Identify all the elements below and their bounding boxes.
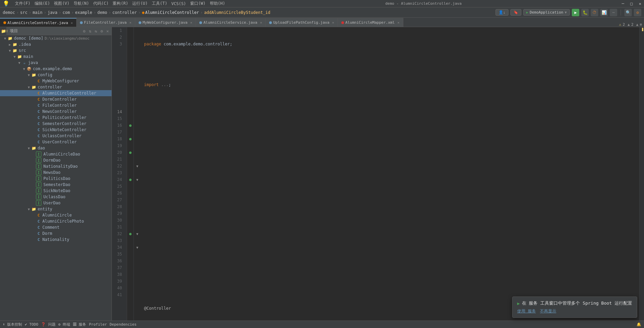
menu-vcs[interactable]: VCS(S) — [172, 1, 186, 6]
sidebar-item-myWebConfigurer[interactable]: C MyWebConfigurer — [0, 78, 112, 84]
sidebar-item-sickNoteController[interactable]: C SickNoteController — [0, 127, 112, 133]
menu-edit[interactable]: 编辑(E) — [35, 1, 50, 6]
sidebar-item-main[interactable]: ▼ 📁 main — [0, 54, 112, 60]
editor-area[interactable]: 1 2 3 14 15 16 17 18 19 20 21 2 — [112, 27, 644, 321]
breadcrumb-class[interactable]: ●AlumniCircleController — [142, 10, 199, 15]
sidebar-item-dormDao[interactable]: I DormDao — [0, 157, 112, 163]
sidebar-item-newsDao[interactable]: I NewsDao — [0, 169, 112, 176]
sidebar-item-nationalityDao[interactable]: I NationalityDao — [0, 163, 112, 169]
sidebar-item-java[interactable]: ▼ ☕ java — [0, 60, 112, 66]
tab-close-fileController[interactable]: ✕ — [129, 21, 132, 24]
profiler-btn[interactable]: Profiler — [89, 322, 107, 327]
sidebar-item-politicsController[interactable]: C PoliticsController — [0, 115, 112, 121]
menu-navigate[interactable]: 导航(N) — [74, 1, 89, 6]
sidebar-item-config[interactable]: ▼ 📁 config — [0, 72, 112, 78]
menu-help[interactable]: 帮助(H) — [210, 1, 225, 6]
sidebar-eq-icon[interactable]: ⇅ — [89, 29, 91, 34]
bookmark-btn[interactable]: 🔖 — [510, 9, 521, 16]
warning-badge[interactable]: ⚠2 ▲2 ▲ ≡ — [617, 22, 644, 27]
sidebar-item-controller[interactable]: ▼ 📁 controller — [0, 84, 112, 90]
dependencies-btn[interactable]: Dependencies — [109, 322, 136, 327]
sidebar-item-sickNoteDao[interactable]: I SickNoteDao — [0, 188, 112, 194]
minimize-btn[interactable]: ─ — [622, 1, 624, 6]
sidebar-item-semesterController[interactable]: C SemesterController — [0, 121, 112, 127]
editor-settings-btn[interactable]: ≡ — [640, 22, 642, 27]
run-config-selector[interactable]: ▶ DemoApplication ▼ — [523, 9, 570, 16]
tab-myWebConfigurer[interactable]: MyWebConfigurer.java ✕ — [135, 18, 196, 27]
tab-alumniCircleService[interactable]: AlumniCircleService.java ✕ — [196, 18, 266, 27]
run-button[interactable]: ▶ — [572, 9, 579, 16]
breadcrumb-com[interactable]: com — [63, 10, 70, 15]
breadcrumb-src[interactable]: src — [20, 10, 27, 15]
menu-window[interactable]: 窗口(W) — [190, 1, 206, 6]
tab-close-alumniCircleMapper[interactable]: ✕ — [398, 21, 400, 24]
sidebar-item-alumniCirclePhoto[interactable]: C AlumniCirclePhoto — [0, 218, 112, 224]
sidebar-item-alumniCircleController[interactable]: C AlumniCircleController — [0, 90, 112, 96]
menu-view[interactable]: 视图(V) — [54, 1, 69, 6]
tab-close-alumniCircleService[interactable]: ✕ — [260, 21, 262, 24]
sidebar-item-fileController[interactable]: C FileController — [0, 102, 112, 108]
menu-code[interactable]: 代码(C) — [93, 1, 109, 6]
todo-btn[interactable]: ✔ TODO — [25, 322, 38, 327]
menu-tools[interactable]: 工具(T) — [152, 1, 167, 6]
search-button[interactable]: 🔍 — [624, 9, 632, 16]
sidebar-filter-icon[interactable]: ⇆ — [95, 29, 97, 34]
breadcrumb-controller[interactable]: controller — [112, 10, 137, 15]
menu-run[interactable]: 运行(U) — [132, 1, 148, 6]
code-content[interactable]: package com.example.demo.controller; imp… — [141, 27, 639, 321]
terminal-btn[interactable]: ⚙ 终端 — [58, 322, 70, 327]
tab-close-myWebConfigurer[interactable]: ✕ — [190, 21, 192, 24]
vcs-btn[interactable]: ⬇ ⬇ 版本控制版本控制 — [3, 322, 22, 327]
sidebar-item-semesterDao[interactable]: I SemesterDao — [0, 182, 112, 188]
tab-fileController[interactable]: FileController.java ✕ — [77, 18, 135, 27]
sidebar-item-package[interactable]: ▼ 📦 com.example.demo — [0, 66, 112, 72]
event-log[interactable]: 🔔 — [637, 322, 641, 327]
breadcrumb-democ[interactable]: democ — [3, 10, 15, 15]
sidebar-item-comment[interactable]: C Comment — [0, 224, 112, 230]
close-btn[interactable]: ✕ — [639, 1, 641, 6]
sidebar-item-politicsDao[interactable]: I PoliticsDao — [0, 176, 112, 182]
tab-alumniCircleController[interactable]: AlumniCircleController.java ✕ — [0, 18, 77, 27]
debug-button[interactable]: 🐛 — [581, 9, 589, 16]
breadcrumb-demo[interactable]: demo — [97, 10, 107, 15]
sidebar-item-dorm[interactable]: C Dorm — [0, 230, 112, 237]
tab-close-uploadFilePathConfig[interactable]: ✕ — [332, 21, 334, 24]
breadcrumb-java[interactable]: java — [47, 10, 57, 15]
sidebar-item-alumniCircleDao[interactable]: I AlumniCircleDao — [0, 151, 112, 157]
sidebar-item-uclassController[interactable]: C UclassController — [0, 133, 112, 139]
sidebar-item-src[interactable]: ▼ 📁 src — [0, 47, 112, 54]
tab-uploadFilePathConfig[interactable]: UploadFilePathConfig.java ✕ — [266, 18, 338, 27]
vcs-btn[interactable]: 👤↓ — [496, 9, 508, 16]
maximize-btn[interactable]: □ — [630, 1, 633, 6]
coverage-button[interactable]: 📊 — [600, 9, 608, 16]
sidebar-item-idea[interactable]: ▶ 📁 .idea — [0, 41, 112, 47]
sidebar-item-newsController[interactable]: C NewsController — [0, 108, 112, 115]
sidebar-item-dormController[interactable]: C DormController — [0, 96, 112, 102]
sidebar-item-alumniCircle[interactable]: C AlumniCircle — [0, 212, 112, 218]
menu-file[interactable]: 文件(F) — [15, 1, 31, 6]
no-show-link[interactable]: 不再显示 — [540, 308, 556, 314]
tab-alumniCircleMapper[interactable]: AlumniCircleMapper.xml ✕ — [338, 18, 403, 27]
problems-btn[interactable]: ❓ 问题 — [41, 322, 56, 327]
settings-button[interactable]: ⚙ — [634, 9, 641, 16]
sidebar-item-userDao[interactable]: I UserDao — [0, 200, 112, 206]
project-icon[interactable]: 📁 — [1, 28, 6, 34]
sidebar-item-entity[interactable]: ▼ 📁 entity — [0, 206, 112, 212]
menu-refactor[interactable]: 重构(R) — [113, 1, 128, 6]
sidebar-item-nationality[interactable]: C Nationality — [0, 237, 112, 243]
profile-button[interactable]: ⏱ — [591, 9, 598, 16]
sidebar-item-root[interactable]: ▼ 📁 democ [demo] D:\xiaoxiangmu\democ — [0, 35, 112, 41]
sidebar-item-uclassDao[interactable]: I UclassDao — [0, 194, 112, 200]
tab-close-alumniCircleController[interactable]: ✕ — [71, 21, 73, 25]
breadcrumb-example[interactable]: example — [75, 10, 92, 15]
use-service-link[interactable]: 使用 服务 — [517, 308, 536, 314]
more-run-button[interactable]: ⋯ — [610, 9, 617, 16]
sidebar-settings-icon[interactable]: ⚙ — [101, 29, 103, 34]
sidebar-item-userController[interactable]: C UserController — [0, 139, 112, 145]
services-btn[interactable]: ☰ 服务 — [73, 322, 86, 327]
breadcrumb-method[interactable]: addAlumniCircleByStudent_id — [204, 10, 270, 15]
breadcrumb-main[interactable]: main — [33, 10, 42, 15]
sidebar-gear-icon[interactable]: ⚙ — [83, 29, 85, 34]
sidebar-close-icon[interactable]: ✕ — [106, 29, 109, 34]
sidebar-item-dao[interactable]: ▼ 📁 dao — [0, 145, 112, 151]
